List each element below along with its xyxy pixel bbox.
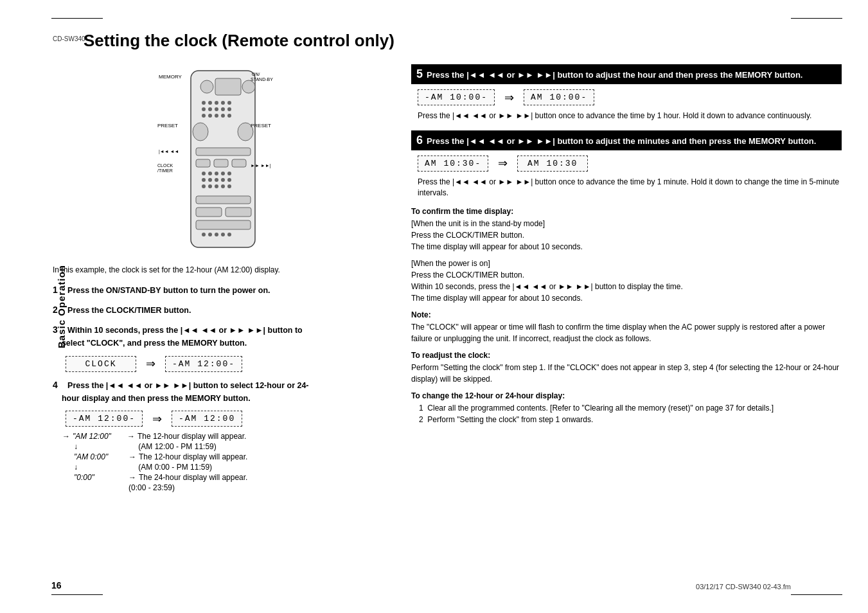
svg-rect-24: [232, 159, 246, 167]
remote-control-illustration: MEMORY ON/ STAND-BY PRESET PRESET |◄◄ ◄◄…: [152, 64, 300, 257]
svg-point-13: [227, 107, 231, 111]
step-4-arrow: ⇒: [152, 412, 162, 426]
step-4-display-left: -AM 12:00-: [66, 411, 143, 427]
section-note-para: The "CLOCK" will appear or time will fla…: [411, 321, 842, 344]
step-5-header: 5 Press the |◄◄ ◄◄ or ►► ►►| button to a…: [411, 64, 842, 84]
svg-point-31: [208, 178, 212, 182]
svg-point-16: [215, 114, 218, 118]
svg-point-34: [227, 178, 231, 182]
step-3-display: CLOCK ⇒ -AM 12:00-: [66, 356, 400, 372]
step-3-number: 3: [53, 324, 58, 335]
step-6: 6 Press the |◄◄ ◄◄ or ►► ►►| button to a…: [411, 130, 842, 199]
section-confirm-para2: [When the power is on]Press the CLOCK/TI…: [411, 258, 842, 304]
step-5-arrow: ⇒: [504, 91, 514, 105]
section-note: Note: The "CLOCK" will appear or time wi…: [411, 310, 842, 344]
step-4-text: Press the |◄◄ ◄◄ or ►► ►►| button to sel…: [53, 381, 309, 403]
svg-point-29: [227, 172, 231, 175]
step-6-note: Press the |◄◄ ◄◄ or ►► ►►| button once t…: [418, 177, 842, 199]
section-change-display: To change the 12-hour or 24-hour display…: [411, 391, 842, 425]
svg-text:STAND-BY: STAND-BY: [251, 77, 273, 82]
svg-point-36: [208, 184, 212, 188]
step-3: 3 Within 10 seconds, press the |◄◄ ◄◄ or…: [53, 323, 400, 350]
section-readjust-para: Perform "Setting the clock" from step 1.…: [411, 362, 842, 385]
svg-rect-43: [196, 220, 251, 229]
section-readjust-header: To readjust the clock:: [411, 351, 842, 360]
svg-point-12: [221, 107, 225, 111]
svg-rect-23: [214, 159, 228, 167]
svg-point-28: [221, 172, 225, 175]
svg-point-35: [202, 184, 206, 188]
step-5-note: Press the |◄◄ ◄◄ or ►► ►►| button once t…: [418, 111, 842, 121]
step4-opt3-val: "0:00": [74, 473, 128, 482]
svg-point-11: [215, 107, 218, 111]
right-content-area: 5 Press the |◄◄ ◄◄ or ►► ►►| button to a…: [411, 64, 842, 432]
svg-point-33: [221, 178, 225, 182]
step-5-num: 5: [416, 67, 423, 81]
svg-point-5: [208, 101, 212, 105]
step4-opt3-desc: The 24-hour display will appear.: [139, 473, 247, 482]
step-2: 2 Press the CLOCK/TIMER button.: [53, 303, 400, 317]
step-2-number: 2: [53, 305, 58, 315]
page-number: 16: [51, 580, 62, 591]
step-6-num: 6: [416, 134, 423, 147]
section-readjust: To readjust the clock: Perform "Setting …: [411, 351, 842, 385]
step4-opt2-sub: (AM 0:00 - PM 11:59): [138, 463, 212, 472]
step4-opt2-val: "AM 0:00": [74, 452, 128, 461]
top-border-right: [791, 18, 842, 19]
step-3-arrow: ⇒: [146, 357, 155, 371]
svg-rect-21: [196, 148, 251, 155]
svg-text:MEMORY: MEMORY: [159, 74, 182, 80]
step-6-display: AM 10:30- ⇒ AM 10:30: [418, 155, 842, 172]
step-1: 1 Press the ON/STAND-BY button to turn t…: [53, 283, 400, 297]
step4-opt1-val: "AM 12:00": [73, 432, 127, 441]
step-6-header: 6 Press the |◄◄ ◄◄ or ►► ►►| button to a…: [411, 130, 842, 150]
section-confirm-para1: [When the unit is in the stand-by mode]P…: [411, 218, 842, 253]
step-4: 4 Press the |◄◄ ◄◄ or ►► ►►| button to s…: [53, 378, 400, 405]
svg-point-14: [202, 114, 206, 118]
top-border-left: [51, 18, 103, 19]
svg-point-30: [202, 178, 206, 182]
svg-point-48: [227, 233, 231, 236]
svg-point-9: [202, 107, 206, 111]
step-3-text: Within 10 seconds, press the |◄◄ ◄◄ or ►…: [53, 326, 303, 348]
step-6-header-text: Press the |◄◄ ◄◄ or ►► ►►| button to adj…: [427, 136, 816, 146]
page-title: Setting the clock (Remote control only): [84, 31, 394, 51]
model-number: CD-SW340: [53, 35, 85, 42]
svg-point-4: [202, 101, 206, 105]
bottom-border-right: [791, 594, 842, 595]
svg-text:►► ►►|: ►► ►►|: [251, 163, 271, 168]
step4-opt1-desc: The 12-hour display will appear.: [137, 432, 246, 441]
svg-point-39: [227, 184, 231, 188]
step-5-display-left: -AM 10:00-: [418, 89, 495, 105]
svg-point-17: [221, 114, 225, 118]
example-text: In this example, the clock is set for th…: [53, 265, 400, 276]
step-6-display-left: AM 10:30-: [418, 155, 488, 172]
svg-text:|◄◄ ◄◄: |◄◄ ◄◄: [159, 149, 179, 154]
step-5-display-right: AM 10:00-: [524, 89, 594, 105]
step-6-display-right: AM 10:30: [517, 155, 588, 172]
svg-text:ON/: ON/: [252, 72, 260, 76]
step-1-text: Press the ON/STAND-BY button to turn the…: [67, 286, 270, 295]
bottom-border-left: [51, 594, 103, 595]
step-4-number: 4: [53, 380, 58, 390]
section-change-item1: 1 Clear all the programmed contents. [Re…: [419, 402, 842, 414]
svg-point-6: [215, 101, 218, 105]
remote-svg: MEMORY ON/ STAND-BY PRESET PRESET |◄◄ ◄◄…: [152, 64, 294, 263]
step-6-arrow: ⇒: [498, 156, 508, 170]
section-confirm-header: To confirm the time display:: [411, 207, 842, 216]
step4-opt1-sub: (AM 12:00 - PM 11:59): [138, 442, 216, 451]
svg-text:/TIMER: /TIMER: [157, 168, 173, 173]
step-3-display-left: CLOCK: [66, 356, 136, 372]
svg-rect-41: [196, 208, 222, 217]
step-5-display: -AM 10:00- ⇒ AM 10:00-: [418, 89, 842, 105]
svg-point-46: [215, 233, 218, 236]
svg-point-3: [242, 80, 255, 93]
step-4-display-right: -AM 12:00: [172, 411, 242, 427]
svg-point-8: [227, 101, 231, 105]
step-4-options: → "AM 12:00" → The 12-hour display will …: [62, 432, 400, 492]
step4-opt3-sub: (0:00 - 23:59): [128, 483, 175, 492]
step-5: 5 Press the |◄◄ ◄◄ or ►► ►►| button to a…: [411, 64, 842, 121]
svg-point-45: [208, 233, 212, 236]
svg-point-27: [215, 172, 218, 175]
svg-point-38: [221, 184, 225, 188]
